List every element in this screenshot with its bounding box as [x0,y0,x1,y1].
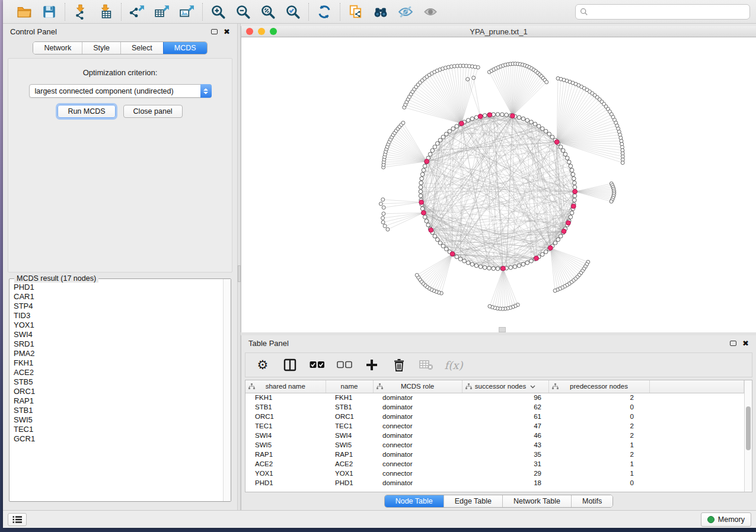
cell-successor-nodes[interactable]: 43 [462,440,548,450]
export-image-icon[interactable] [178,4,195,20]
table-row[interactable]: STB1STB1dominator620 [245,402,744,412]
cell-MCDS-role[interactable]: connector [373,421,462,431]
table-row[interactable]: TEC1TEC1connector472 [245,421,744,431]
tab-edge-table[interactable]: Edge Table [444,495,502,507]
cell-MCDS-role[interactable]: dominator [373,450,462,459]
zoom-selected-icon[interactable] [285,4,301,20]
cell-successor-nodes[interactable]: 29 [462,469,548,478]
import-network-icon[interactable] [72,4,89,20]
cell-name[interactable]: ORC1 [326,412,373,421]
cell-shared-name[interactable]: ACE2 [245,459,326,469]
close-panel-icon[interactable]: ✖ [224,28,230,36]
criterion-dropdown[interactable]: largest connected component (undirected) [29,84,212,98]
cell-MCDS-role[interactable]: dominator [373,431,462,440]
run-mcds-button[interactable]: Run MCDS [58,105,115,118]
column-header-predecessor-nodes[interactable]: predecessor nodes [548,380,649,393]
float-panel-icon[interactable] [211,29,218,34]
close-table-panel-icon[interactable]: ✖ [742,339,749,347]
table-row[interactable]: ORC1ORC1dominator610 [245,412,744,421]
cell-MCDS-role[interactable]: dominator [373,393,462,402]
cell-name[interactable]: FKH1 [326,393,373,402]
export-network-icon[interactable] [129,4,145,20]
cell-successor-nodes[interactable]: 96 [462,393,548,402]
tab-network[interactable]: Network [33,42,82,54]
mcds-result-item[interactable]: STB5 [14,377,223,387]
cell-shared-name[interactable]: SWI4 [245,431,326,440]
cell-successor-nodes[interactable]: 47 [462,421,548,431]
column-layout-icon[interactable] [282,357,298,373]
result-list-scrollbar[interactable] [223,279,231,501]
cell-predecessor-nodes[interactable]: 2 [548,431,649,440]
cell-shared-name[interactable]: ORC1 [245,412,326,421]
cell-MCDS-role[interactable]: connector [373,440,462,450]
column-header-successor-nodes[interactable]: successor nodes [462,380,548,393]
table-settings-gear-icon[interactable]: ⚙ [255,357,270,373]
zoom-window-light[interactable] [270,28,277,35]
mcds-result-item[interactable]: YOX1 [14,321,223,330]
table-scrollbar-thumb[interactable] [746,406,751,450]
cell-successor-nodes[interactable]: 61 [462,412,548,421]
tab-select[interactable]: Select [120,42,163,54]
mcds-result-list[interactable]: PHD1CAR1STP4TID3YOX1SWI4SRD1PMA2FKH1ACE2… [9,279,223,501]
add-column-icon[interactable] [364,357,379,373]
panel-menu-button[interactable] [8,513,27,526]
cell-shared-name[interactable]: SWI5 [245,440,326,450]
cell-predecessor-nodes[interactable]: 2 [548,393,649,402]
table-row[interactable]: PHD1PHD1dominator180 [245,478,744,488]
mcds-result-item[interactable]: STB1 [14,406,223,415]
mcds-result-item[interactable]: SWI4 [14,330,223,339]
first-neighbors-icon[interactable] [372,4,389,20]
table-scrollbar[interactable] [744,380,752,492]
cell-successor-nodes[interactable]: 62 [462,402,548,412]
cell-shared-name[interactable]: YOX1 [245,469,326,478]
cell-name[interactable]: SWI5 [326,440,373,450]
table-row[interactable]: ACE2ACE2connector311 [245,459,744,469]
splitter-grip[interactable] [238,265,241,282]
cell-name[interactable]: YOX1 [326,469,373,478]
mcds-result-item[interactable]: SWI5 [14,415,223,425]
cell-shared-name[interactable]: TEC1 [245,421,326,431]
mcds-result-item[interactable]: STP4 [14,302,223,311]
close-panel-button[interactable]: Close panel [123,105,183,118]
cell-successor-nodes[interactable]: 46 [462,431,548,440]
cell-predecessor-nodes[interactable]: 1 [548,459,649,469]
mcds-result-item[interactable]: PHD1 [14,283,223,292]
network-window-titlebar[interactable]: YPA_prune.txt_1 [241,26,756,37]
column-header-MCDS-role[interactable]: MCDS role [373,380,462,393]
cell-predecessor-nodes[interactable]: 2 [548,450,649,459]
cell-predecessor-nodes[interactable]: 1 [548,469,649,478]
tab-style[interactable]: Style [82,42,120,54]
mcds-result-item[interactable]: PMA2 [14,349,223,358]
select-all-columns-icon[interactable] [310,357,325,373]
cell-MCDS-role[interactable]: dominator [373,412,462,421]
column-header-shared-name[interactable]: shared name [245,380,326,393]
mcds-result-item[interactable]: TID3 [14,311,223,321]
cell-predecessor-nodes[interactable]: 0 [548,478,649,488]
zoom-fit-icon[interactable] [260,4,276,20]
network-canvas[interactable] [241,37,756,332]
tab-mcds[interactable]: MCDS [163,42,207,54]
table-row[interactable]: YOX1YOX1connector291 [245,469,744,478]
import-table-icon[interactable] [97,4,114,20]
open-session-icon[interactable] [16,4,33,20]
table-row[interactable]: RAP1RAP1dominator352 [245,450,744,459]
mcds-result-item[interactable]: ORC1 [14,387,223,396]
cell-shared-name[interactable]: PHD1 [245,478,326,488]
search-input[interactable] [591,8,745,16]
tab-node-table[interactable]: Node Table [385,495,444,507]
cell-MCDS-role[interactable]: dominator [373,402,462,412]
table-row[interactable]: FKH1FKH1dominator962 [245,393,744,402]
minimize-window-light[interactable] [258,28,265,35]
unselect-all-columns-icon[interactable] [337,357,352,373]
memory-button[interactable]: Memory [701,512,751,527]
float-table-panel-icon[interactable] [730,341,736,346]
cell-MCDS-role[interactable]: connector [373,469,462,478]
mcds-result-item[interactable]: RAP1 [14,396,223,406]
cell-successor-nodes[interactable]: 35 [462,450,548,459]
cell-shared-name[interactable]: FKH1 [245,393,326,402]
cell-shared-name[interactable]: STB1 [245,402,326,412]
cell-name[interactable]: ACE2 [326,459,373,469]
mcds-result-item[interactable]: ACE2 [14,368,223,377]
horizontal-splitter[interactable] [241,332,756,335]
search-box[interactable] [575,4,750,20]
